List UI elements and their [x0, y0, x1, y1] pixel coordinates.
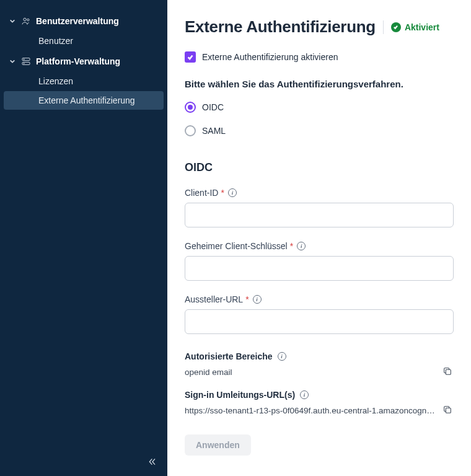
divider	[383, 20, 384, 34]
redirect-label-text: Sign-in Umleitungs-URL(s)	[185, 390, 295, 400]
radio-oidc[interactable]: OIDC	[185, 102, 454, 113]
radio-saml-input[interactable]	[185, 125, 196, 136]
sidebar: Benutzerverwaltung Benutzer Platform-Ver…	[0, 0, 167, 476]
svg-rect-6	[446, 369, 451, 374]
main-content: Externe Authentifizierung Aktiviert Exte…	[167, 0, 471, 476]
sidebar-item-externe-authentifizierung[interactable]: Externe Authentifizierung	[4, 91, 164, 110]
oidc-section-title: OIDC	[185, 161, 454, 174]
nav-group-benutzerverwaltung: Benutzerverwaltung Benutzer	[0, 11, 167, 50]
client-secret-label: Geheimer Client-Schlüssel * i	[185, 241, 454, 251]
issuer-url-label: Aussteller-URL * i	[185, 294, 454, 304]
page-title: Externe Authentifizierung	[185, 17, 376, 37]
scopes-label: Autorisierte Bereiche i	[185, 351, 454, 361]
required-marker: *	[221, 188, 224, 198]
issuer-url-label-text: Aussteller-URL	[185, 294, 243, 304]
apply-button[interactable]: Anwenden	[185, 434, 251, 456]
radio-saml[interactable]: SAML	[185, 125, 454, 136]
info-icon[interactable]: i	[253, 295, 262, 304]
client-id-label: Client-ID * i	[185, 188, 454, 198]
sidebar-item-lizenzen[interactable]: Lizenzen	[4, 72, 164, 90]
client-secret-input[interactable]	[185, 256, 454, 281]
collapse-sidebar-button[interactable]	[147, 457, 157, 469]
info-icon[interactable]: i	[300, 390, 309, 399]
scopes-label-text: Autorisierte Bereiche	[185, 351, 273, 361]
info-icon[interactable]: i	[297, 242, 306, 250]
check-circle-icon	[391, 22, 401, 32]
nav-header-platform-verwaltung[interactable]: Platform-Verwaltung	[0, 51, 167, 71]
enable-checkbox[interactable]	[185, 51, 196, 63]
scopes-row: openid email	[185, 366, 454, 377]
svg-point-4	[24, 59, 24, 60]
radio-oidc-label: OIDC	[202, 102, 224, 112]
redirect-label: Sign-in Umleitungs-URL(s) i	[185, 390, 454, 400]
client-secret-label-text: Geheimer Client-Schlüssel	[185, 241, 288, 251]
sidebar-item-benutzer[interactable]: Benutzer	[4, 32, 164, 50]
title-row: Externe Authentifizierung Aktiviert	[185, 17, 454, 37]
svg-rect-7	[446, 408, 451, 413]
redirect-value: https://sso-tenant1-r13-ps-0f0649f.auth.…	[185, 406, 435, 415]
required-marker: *	[290, 241, 293, 251]
svg-point-1	[27, 19, 29, 20]
chevron-down-icon	[9, 58, 16, 65]
users-icon	[21, 16, 31, 26]
client-id-input[interactable]	[185, 203, 454, 227]
copy-redirect-button[interactable]	[442, 405, 454, 416]
info-icon[interactable]: i	[278, 352, 286, 361]
nav-header-benutzerverwaltung[interactable]: Benutzerverwaltung	[0, 11, 167, 31]
info-icon[interactable]: i	[228, 188, 237, 197]
redirect-row: https://sso-tenant1-r13-ps-0f0649f.auth.…	[185, 405, 454, 416]
chevron-down-icon	[9, 17, 16, 25]
sidebar-item-label: Lizenzen	[38, 76, 73, 86]
method-prompt: Bitte wählen Sie das Authentifizierungsv…	[185, 79, 454, 89]
svg-point-5	[24, 63, 24, 64]
status-badge: Aktiviert	[391, 22, 439, 32]
enable-checkbox-label: Externe Authentifizierung aktivieren	[202, 52, 338, 62]
required-marker: *	[245, 294, 249, 304]
enable-checkbox-row[interactable]: Externe Authentifizierung aktivieren	[185, 51, 454, 63]
client-id-label-text: Client-ID	[185, 188, 218, 198]
svg-point-0	[24, 18, 26, 20]
sidebar-item-label: Externe Authentifizierung	[38, 95, 135, 105]
sidebar-item-label: Benutzer	[38, 36, 73, 46]
nav-group-platform-verwaltung: Platform-Verwaltung Lizenzen Externe Aut…	[0, 51, 167, 110]
nav-header-label: Benutzerverwaltung	[36, 16, 119, 26]
radio-oidc-input[interactable]	[185, 102, 196, 113]
radio-saml-label: SAML	[202, 126, 226, 136]
server-icon	[21, 56, 31, 66]
copy-scopes-button[interactable]	[442, 366, 454, 377]
scopes-value: openid email	[185, 368, 435, 377]
nav-header-label: Platform-Verwaltung	[36, 56, 120, 66]
issuer-url-input[interactable]	[185, 309, 454, 334]
status-label: Aktiviert	[405, 22, 439, 32]
